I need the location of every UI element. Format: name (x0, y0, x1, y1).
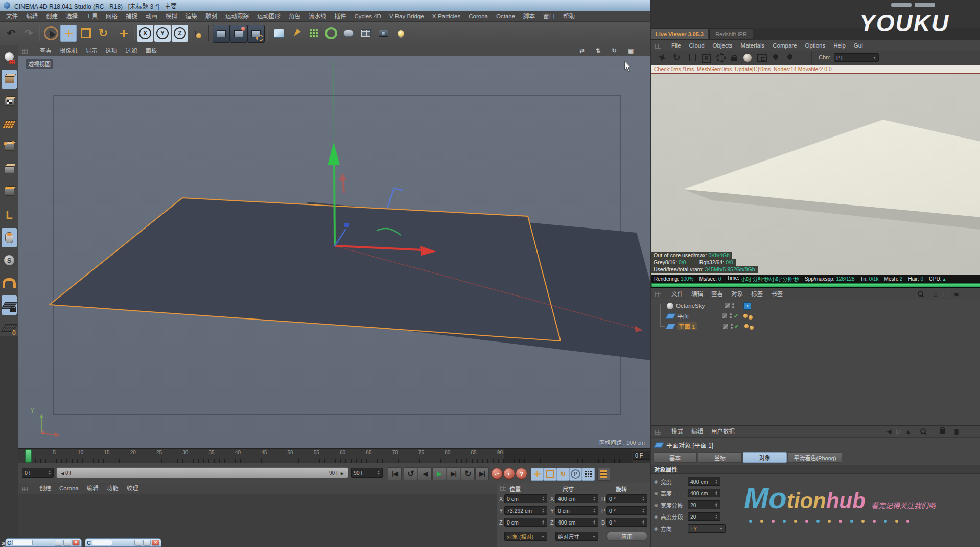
render-view-button[interactable] (213, 25, 230, 43)
am-back-icon[interactable]: ◀ (886, 426, 891, 437)
timeline-tick-6[interactable]: 30 (182, 450, 188, 455)
viewport-solo-button[interactable] (2, 228, 17, 247)
visibility-dots-icon[interactable] (730, 313, 732, 318)
goto-start-button[interactable]: |◀ (388, 467, 402, 480)
visibility-dots-icon[interactable] (732, 303, 734, 308)
am-menu-item-0[interactable]: 模式 (671, 426, 683, 437)
lock-z-button[interactable]: Z (172, 25, 188, 42)
lv-menu-item-2[interactable]: Objects (713, 40, 733, 51)
tab-phong[interactable]: 平滑着色(Phong) (788, 452, 842, 463)
main-menu-item-18[interactable]: X-Particles (432, 11, 461, 22)
main-menu-item-7[interactable]: 动画 (146, 11, 157, 22)
miniwindow1-min-button[interactable] (55, 540, 62, 546)
viewport-menu-item-0[interactable]: 查看 (40, 45, 52, 56)
main-menu-item-10[interactable]: 雕刻 (205, 11, 217, 22)
pos-x-field[interactable]: 0 cm▲▼ (504, 494, 547, 503)
octane-tag-icon[interactable] (744, 324, 749, 328)
last-tool-button[interactable] (115, 25, 132, 42)
end-frame-stepper[interactable]: ▲▼ (376, 470, 380, 475)
key-pla-toggle[interactable] (582, 468, 595, 481)
am-search-icon[interactable] (920, 428, 927, 435)
material-menu-item-1[interactable]: Corona (59, 483, 79, 494)
timeline-ruler[interactable]: 051015202530354045505560657075808590 0 F… (18, 448, 650, 464)
param-bullet-icon[interactable]: ◉ (654, 479, 658, 484)
material-menu-item-3[interactable]: 功能 (107, 483, 119, 494)
om-menu-item-1[interactable]: 编辑 (691, 288, 703, 300)
goto-end-button[interactable]: ▶| (475, 467, 489, 480)
viewport-menu-item-4[interactable]: 过滤 (126, 45, 137, 56)
nav-rotate-icon[interactable]: ↻ (612, 45, 620, 56)
rot-b-field[interactable]: 0 °▲▼ (606, 518, 647, 527)
main-menu-item-13[interactable]: 角色 (289, 11, 300, 22)
lv-pick-object-icon[interactable] (786, 53, 794, 60)
key-parameter-toggle[interactable]: P (569, 468, 582, 481)
timeline-tick-10[interactable]: 50 (287, 450, 293, 455)
lv-pip-icon[interactable] (757, 54, 767, 62)
lv-material-ball-icon[interactable] (743, 54, 752, 62)
record-keyframe-button[interactable]: ∕ (491, 468, 503, 480)
lv-lock-icon[interactable] (731, 57, 737, 61)
add-spline-button[interactable] (288, 25, 305, 42)
tab-live-viewer[interactable]: Live Viewer 3.05.3 (651, 28, 708, 40)
timeline-tick-3[interactable]: 15 (104, 450, 109, 455)
lv-menu-item-7[interactable]: Gui (854, 40, 863, 51)
chn-dropdown[interactable]: PT▼ (834, 53, 879, 62)
am-new-icon[interactable]: ▣ (954, 426, 960, 437)
main-menu-item-1[interactable]: 编辑 (26, 11, 38, 22)
pause-render-icon[interactable] (689, 54, 696, 61)
main-menu-item-20[interactable]: Octane (496, 11, 515, 22)
object-row-plane[interactable]: 平面 ✓ (651, 311, 973, 321)
coords-grip-icon[interactable] (500, 486, 506, 491)
attr-width-seg-field[interactable]: 20▲▼ (688, 500, 720, 509)
workplane-lock-button[interactable] (2, 295, 17, 315)
timeline-tick-7[interactable]: 35 (209, 450, 215, 455)
render-to-pv-button[interactable] (230, 25, 247, 43)
om-menu-item-2[interactable]: 查看 (711, 288, 723, 300)
miniwindow1-close-button[interactable]: ✕ (72, 540, 80, 546)
om-boxed-icon[interactable]: ▣ (954, 288, 960, 300)
keyframe-selection-button[interactable]: ? (516, 468, 527, 480)
visibility-dots-icon[interactable] (731, 324, 733, 329)
timeline-mode-toggle[interactable] (597, 468, 610, 481)
minimized-window-2[interactable]: C ✕ (85, 538, 161, 547)
attr-height-seg-field[interactable]: 20▲▼ (688, 512, 720, 521)
lv-menu-item-0[interactable]: File (671, 40, 681, 51)
timeline-tick-14[interactable]: 70 (392, 450, 398, 455)
om-menu-item-3[interactable]: 对象 (731, 288, 743, 300)
viewport-menu-item-3[interactable]: 选项 (106, 45, 118, 56)
texture-mode-button[interactable] (2, 92, 17, 111)
om-menu-item-4[interactable]: 标签 (751, 288, 763, 300)
main-menu-item-16[interactable]: Cycles 4D (355, 11, 381, 22)
om-menu-item-5[interactable]: 书签 (771, 288, 783, 300)
timeline-playhead[interactable] (25, 449, 32, 463)
tab-basic[interactable]: 基本 (653, 452, 697, 463)
main-menu-item-0[interactable]: 文件 (6, 11, 18, 22)
timeline-tick-17[interactable]: 85 (471, 450, 477, 455)
window-pill-1[interactable] (891, 3, 912, 7)
tab-redshift-ipr[interactable]: Redshift IPR (709, 28, 753, 40)
current-frame-field[interactable]: 0 F ▲▼ (22, 468, 54, 478)
timeline-tick-18[interactable]: 90 (497, 450, 503, 455)
lock-x-button[interactable]: X (137, 25, 153, 42)
timeline-tick-2[interactable]: 10 (78, 450, 83, 455)
attr-orientation-dropdown[interactable]: +Y▼ (688, 524, 726, 533)
coordinate-system-button[interactable]: ↑ (189, 25, 205, 42)
current-frame-stepper[interactable]: ▲▼ (46, 470, 51, 475)
viewport-canvas[interactable]: 透视视图 (18, 56, 650, 448)
lv-menu-item-1[interactable]: Cloud (689, 40, 705, 51)
viewport-menu-item-1[interactable]: 摄像机 (60, 45, 78, 56)
am-lock-icon[interactable] (940, 429, 945, 434)
octane-tag2-icon[interactable] (750, 326, 754, 330)
lv-pick-material-icon[interactable] (772, 53, 779, 60)
main-menu-item-5[interactable]: 网格 (106, 11, 118, 22)
polygon-mode-button[interactable] (2, 159, 17, 179)
timeline-tick-12[interactable]: 60 (340, 450, 345, 455)
key-position-toggle[interactable] (531, 468, 544, 481)
om-home-icon[interactable]: ⌂ (934, 288, 938, 300)
om-grip-icon[interactable] (655, 292, 661, 297)
main-menu-item-21[interactable]: 脚本 (523, 11, 535, 22)
octane-sky-tag-icon[interactable]: ◖ (743, 302, 751, 310)
window-pill-2[interactable] (915, 3, 935, 7)
add-cube-button[interactable] (271, 25, 287, 42)
viewport-menu-item-5[interactable]: 面板 (146, 45, 157, 56)
